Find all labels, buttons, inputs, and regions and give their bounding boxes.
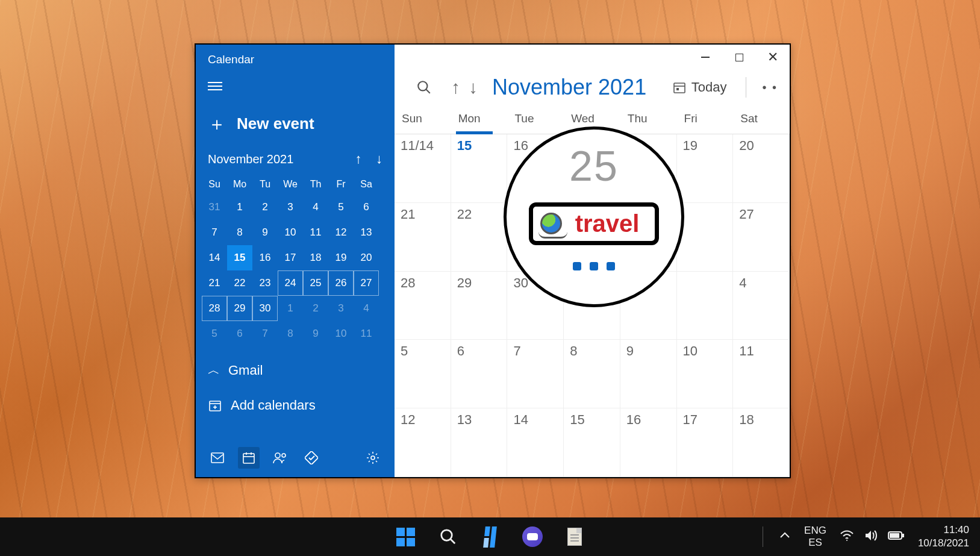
calendar-day-cell[interactable]: 13 xyxy=(451,408,508,477)
new-event-button[interactable]: ＋ New event xyxy=(196,111,395,151)
mini-calendar-day[interactable]: 5 xyxy=(328,195,354,220)
calendar-day-cell[interactable]: 6 xyxy=(451,340,508,408)
calendar-day-cell[interactable]: 22 xyxy=(451,203,508,272)
mini-calendar-day[interactable]: 10 xyxy=(278,220,303,245)
mini-calendar-month-label[interactable]: November 2021 xyxy=(208,152,293,166)
calendar-day-cell[interactable]: 5 xyxy=(395,340,451,408)
task-view-button[interactable] xyxy=(477,523,504,550)
window-minimize-button[interactable] xyxy=(688,45,722,70)
taskbar-search-button[interactable] xyxy=(435,523,461,550)
settings-button[interactable] xyxy=(362,447,384,469)
start-button[interactable] xyxy=(393,523,419,550)
calendar-day-cell[interactable]: 27 xyxy=(733,203,790,272)
calendar-day-cell[interactable]: 14 xyxy=(507,408,564,477)
mini-calendar-day[interactable]: 7 xyxy=(252,321,278,346)
mini-calendar-day[interactable]: 30 xyxy=(252,296,278,321)
calendar-day-cell[interactable]: 19 xyxy=(677,134,734,203)
mini-calendar-day[interactable]: 13 xyxy=(354,220,379,245)
mini-calendar-day[interactable]: 4 xyxy=(303,195,328,220)
calendar-day-cell[interactable]: 21 xyxy=(395,203,451,272)
callout-event[interactable]: travel xyxy=(529,202,660,245)
mini-calendar-prev-button[interactable]: ↑ xyxy=(355,151,361,166)
calendar-day-cell[interactable] xyxy=(677,203,734,272)
show-hidden-icons-button[interactable] xyxy=(779,529,791,545)
clock-button[interactable]: 11:40 10/18/2021 xyxy=(918,523,969,550)
mini-calendar-day[interactable]: 27 xyxy=(354,270,379,296)
mini-calendar-day[interactable]: 7 xyxy=(202,220,227,245)
mini-calendar-day[interactable]: 9 xyxy=(303,321,328,346)
chat-button[interactable] xyxy=(519,523,546,550)
mini-calendar-day[interactable]: 19 xyxy=(328,245,354,270)
mini-calendar-day[interactable]: 6 xyxy=(354,195,379,220)
calendar-day-cell[interactable]: 9 xyxy=(620,340,677,408)
calendar-app-button[interactable] xyxy=(238,447,260,469)
calendar-day-cell[interactable]: 20 xyxy=(733,134,790,203)
mini-calendar-day[interactable]: 8 xyxy=(278,321,303,346)
mini-calendar-day[interactable]: 4 xyxy=(354,296,379,321)
calendar-day-cell[interactable]: 11/14 xyxy=(395,134,451,203)
people-app-button[interactable] xyxy=(269,447,291,469)
mini-calendar-day[interactable]: 9 xyxy=(252,220,278,245)
wifi-icon[interactable] xyxy=(840,529,854,545)
mini-calendar-day[interactable]: 10 xyxy=(328,321,354,346)
calendar-day-cell[interactable]: 17 xyxy=(677,408,734,477)
mini-calendar-day[interactable]: 2 xyxy=(252,195,278,220)
calendar-day-cell[interactable]: 29 xyxy=(451,272,508,340)
calendar-day-cell[interactable]: 16 xyxy=(620,408,677,477)
calendar-day-cell[interactable]: 18 xyxy=(733,408,790,477)
mini-calendar-day[interactable]: 11 xyxy=(303,220,328,245)
mini-calendar-day[interactable]: 2 xyxy=(303,296,328,321)
today-button[interactable]: Today xyxy=(667,77,732,98)
mini-calendar-next-button[interactable]: ↓ xyxy=(376,151,382,166)
mini-calendar-day[interactable]: 15 xyxy=(227,245,252,270)
mini-calendar-day[interactable]: 18 xyxy=(303,245,328,270)
mini-calendar-day[interactable]: 8 xyxy=(227,220,252,245)
volume-icon[interactable] xyxy=(864,529,878,545)
mini-calendar-day[interactable]: 21 xyxy=(202,270,227,296)
calendar-day-cell[interactable]: 7 xyxy=(507,340,564,408)
window-close-button[interactable]: ✕ xyxy=(756,45,790,70)
mini-calendar-day[interactable]: 17 xyxy=(278,245,303,270)
mini-calendar-day[interactable]: 14 xyxy=(202,245,227,270)
more-options-button[interactable]: • • xyxy=(758,81,781,95)
language-switcher[interactable]: ENG ES xyxy=(804,525,826,549)
callout-more-indicator[interactable] xyxy=(573,262,615,270)
todo-app-button[interactable] xyxy=(301,447,322,469)
next-period-button[interactable]: ↓ xyxy=(469,77,478,98)
calendar-day-cell[interactable]: 15 xyxy=(451,134,508,203)
calendar-day-cell[interactable]: 11 xyxy=(733,340,790,408)
hamburger-menu-button[interactable] xyxy=(196,80,395,111)
mini-calendar-day[interactable]: 29 xyxy=(227,296,252,321)
mini-calendar-day[interactable]: 20 xyxy=(354,245,379,270)
battery-icon[interactable] xyxy=(888,531,905,543)
current-month-label[interactable]: November 2021 xyxy=(492,75,646,100)
window-maximize-button[interactable] xyxy=(722,45,756,70)
calendar-day-cell[interactable]: 12 xyxy=(395,408,451,477)
prev-period-button[interactable]: ↑ xyxy=(451,77,460,98)
calendar-day-cell[interactable]: 4 xyxy=(733,272,790,340)
calendar-day-cell[interactable]: 28 xyxy=(395,272,451,340)
mini-calendar-day[interactable]: 3 xyxy=(328,296,354,321)
mini-calendar-day[interactable]: 16 xyxy=(252,245,278,270)
mini-calendar-day[interactable]: 1 xyxy=(227,195,252,220)
add-calendars-button[interactable]: Add calendars xyxy=(196,388,395,423)
mini-calendar-day[interactable]: 26 xyxy=(328,270,354,296)
calendar-day-cell[interactable] xyxy=(677,272,734,340)
account-toggle-gmail[interactable]: ︿ Gmail xyxy=(196,352,395,388)
mini-calendar-day[interactable]: 12 xyxy=(328,220,354,245)
mini-calendar-day[interactable]: 22 xyxy=(227,270,252,296)
mini-calendar-day[interactable]: 1 xyxy=(278,296,303,321)
mail-app-button[interactable] xyxy=(207,447,228,469)
file-explorer-button[interactable] xyxy=(561,523,588,550)
mini-calendar-day[interactable]: 5 xyxy=(202,321,227,346)
mini-calendar-day[interactable]: 28 xyxy=(202,296,227,321)
mini-calendar-day[interactable]: 23 xyxy=(252,270,278,296)
calendar-day-cell[interactable]: 8 xyxy=(564,340,620,408)
mini-calendar-day[interactable]: 31 xyxy=(202,195,227,220)
mini-calendar-day[interactable]: 24 xyxy=(278,270,303,296)
search-button[interactable] xyxy=(408,80,440,95)
mini-calendar-day[interactable]: 6 xyxy=(227,321,252,346)
mini-calendar-day[interactable]: 3 xyxy=(278,195,303,220)
mini-calendar-day[interactable]: 25 xyxy=(303,270,328,296)
calendar-day-cell[interactable]: 10 xyxy=(677,340,734,408)
